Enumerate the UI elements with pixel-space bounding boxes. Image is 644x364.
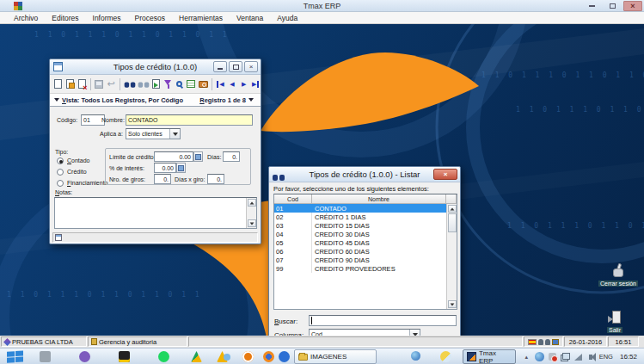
network-globe-icon[interactable]: [535, 352, 544, 361]
start-button[interactable]: [7, 350, 26, 363]
diasxgiro-field[interactable]: 0.: [207, 174, 224, 184]
preview-icon[interactable]: [175, 77, 185, 90]
new-record-icon[interactable]: [53, 77, 64, 90]
viber-icon[interactable]: [79, 351, 90, 362]
menu-herramientas[interactable]: Herramientas: [172, 12, 230, 23]
list-item[interactable]: 99 CREDITO PROVEEDORES: [274, 264, 446, 273]
last-record-icon[interactable]: ▶: [250, 77, 261, 90]
radio-credito[interactable]: [57, 169, 64, 176]
listar-table-body[interactable]: 01 CONTADO 02 CRÉDITO 1 DIAS 03 CREDITO …: [274, 204, 446, 309]
key-tool-icon[interactable]: [40, 351, 51, 362]
close-button[interactable]: ×: [623, 1, 642, 11]
user-icon[interactable]: [545, 339, 550, 345]
next-record-icon[interactable]: ▶: [239, 77, 249, 90]
first-record-icon[interactable]: ◀: [216, 77, 226, 90]
scrollbar-thumb[interactable]: [448, 213, 457, 232]
filter-icon[interactable]: [163, 77, 173, 90]
vista-label[interactable]: Vista: Todos Los Registros, Por Código: [62, 96, 183, 104]
list-item[interactable]: 07 CREDITO 90 DIAS: [274, 256, 446, 264]
hidden-icons-chevron[interactable]: ▴: [522, 352, 531, 361]
list-item[interactable]: 01 CONTADO: [274, 204, 446, 213]
dropdown-arrow-icon[interactable]: [169, 129, 180, 139]
grid-view-icon[interactable]: [187, 77, 197, 90]
limite-field[interactable]: 0.00: [154, 151, 193, 162]
dias-field[interactable]: 0.: [223, 151, 240, 162]
column-header-nombre[interactable]: Nombre: [312, 194, 446, 204]
find-next-icon[interactable]: [138, 77, 150, 90]
menu-archivo[interactable]: Archivo: [7, 12, 45, 23]
giros-field[interactable]: 0.: [154, 174, 171, 184]
radio-contado-label[interactable]: Contado: [67, 157, 89, 163]
scroll-up-icon[interactable]: [448, 205, 457, 213]
interes-lookup-button[interactable]: [176, 163, 186, 173]
menu-informes[interactable]: Informes: [86, 12, 128, 23]
user-icon[interactable]: [538, 339, 543, 345]
onedrive-cloud-icon[interactable]: [224, 354, 230, 361]
openoffice-icon[interactable]: [242, 351, 254, 362]
registro-dropdown-icon[interactable]: [248, 98, 254, 102]
ie-gold-icon[interactable]: [440, 351, 451, 362]
columna-dropdown[interactable]: Cod: [309, 329, 420, 336]
list-item[interactable]: 02 CRÉDITO 1 DIAS: [274, 213, 446, 221]
firefox-icon[interactable]: [263, 351, 274, 362]
photo-icon[interactable]: [552, 339, 559, 345]
view-dropdown-icon[interactable]: [54, 98, 59, 102]
list-item[interactable]: 06 CREDITO 60 DIAS: [274, 247, 446, 256]
volume-icon[interactable]: [586, 352, 596, 361]
buscar-input[interactable]: [309, 315, 457, 326]
blue-app-icon[interactable]: [279, 351, 290, 362]
list-item[interactable]: 03 CREDITO 15 DIAS: [274, 221, 446, 230]
radio-financiamiento-label[interactable]: Financiamiento: [67, 180, 107, 186]
find-icon[interactable]: [124, 77, 136, 90]
notas-field[interactable]: [54, 197, 257, 229]
capture-icon[interactable]: [198, 77, 208, 90]
aplica-dropdown[interactable]: Solo clientes: [126, 128, 181, 139]
column-header-cod[interactable]: Cod: [274, 194, 312, 204]
taskbar-button-tmax[interactable]: Tmax ERP: [463, 349, 516, 364]
delete-record-icon[interactable]: [77, 77, 87, 90]
menu-editores[interactable]: Editores: [45, 12, 85, 23]
shortcut-salir[interactable]: Salir: [607, 311, 623, 333]
refresh-icon[interactable]: [151, 77, 162, 90]
internet-globe-icon[interactable]: [411, 351, 420, 361]
scroll-up-icon[interactable]: [248, 199, 256, 207]
radio-financiamiento[interactable]: [57, 180, 64, 187]
radio-credito-label[interactable]: Crédito: [67, 169, 87, 175]
undo-icon[interactable]: ↩: [106, 77, 116, 90]
registro-label[interactable]: Registro 1 de 8: [199, 96, 246, 104]
restore-button[interactable]: [229, 61, 242, 72]
scroll-down-icon[interactable]: [448, 300, 457, 308]
list-item[interactable]: 04 CREDITO 30 DIAS: [274, 230, 446, 238]
menu-ventana[interactable]: Ventana: [230, 12, 270, 23]
dropdown-arrow-icon[interactable]: [409, 330, 420, 336]
dual-monitor-icon[interactable]: [561, 352, 570, 361]
taskbar-button-imagenes[interactable]: IMAGENES: [294, 349, 377, 364]
limite-lookup-button[interactable]: [193, 151, 203, 162]
taskbar-clock[interactable]: 16:52: [616, 353, 641, 361]
nombre-field[interactable]: CONTADO: [126, 114, 253, 126]
dhl-icon[interactable]: [119, 351, 130, 362]
menu-ayuda[interactable]: Ayuda: [270, 12, 304, 23]
listar-scrollbar[interactable]: [446, 204, 457, 309]
edit-record-icon[interactable]: [65, 77, 76, 90]
minimize-button[interactable]: [582, 1, 601, 11]
interes-field[interactable]: 0.00: [154, 163, 176, 173]
google-drive-icon[interactable]: [191, 351, 202, 362]
save-icon[interactable]: [95, 77, 105, 90]
menu-procesos[interactable]: Procesos: [128, 12, 172, 23]
spotify-icon[interactable]: [158, 351, 169, 362]
credit-dialog-titlebar[interactable]: Tipos de crédito (1.0.0) ×: [50, 59, 261, 75]
close-button[interactable]: ×: [244, 61, 258, 72]
alert-badge-icon[interactable]: [548, 352, 557, 361]
notas-scrollbar[interactable]: [246, 198, 256, 228]
previous-record-icon[interactable]: ◀: [227, 77, 237, 90]
radio-contado[interactable]: [57, 157, 64, 164]
restore-button[interactable]: [603, 1, 622, 11]
minimize-button[interactable]: [213, 61, 227, 72]
spanish-flag-icon[interactable]: [528, 339, 537, 345]
scroll-down-icon[interactable]: [248, 219, 256, 227]
close-button[interactable]: ×: [433, 169, 457, 180]
listar-dialog-titlebar[interactable]: Tipos de crédito (1.0.0) - Listar ×: [269, 167, 460, 182]
language-indicator[interactable]: ENG: [599, 353, 613, 361]
signal-strength-icon[interactable]: [573, 352, 583, 361]
